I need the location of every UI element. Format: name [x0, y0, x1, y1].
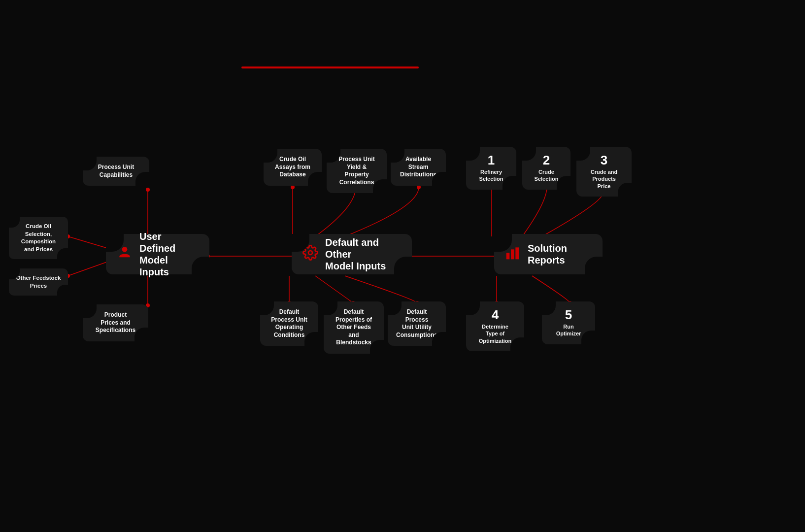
- default-process-op-card: DefaultProcess UnitOperatingConditions: [260, 301, 318, 346]
- svg-point-5: [291, 185, 295, 189]
- determine-optimization-card: 4 DetermineType ofOptimization: [466, 301, 524, 351]
- bar-chart-icon: [505, 245, 521, 264]
- crude-oil-selection-card: Crude Oil Selection, Composition and Pri…: [9, 217, 68, 259]
- refinery-selection-card: 1 RefinerySelection: [466, 147, 516, 190]
- yield-property-card: Process UnitYield & PropertyCorrelations: [327, 149, 387, 193]
- solution-reports-title: Solution Reports: [528, 242, 592, 266]
- svg-point-18: [308, 251, 312, 255]
- product-prices-card: ProductPrices andSpecifications: [83, 304, 148, 341]
- default-utility-card: Default ProcessUnit UtilityConsumptions: [388, 301, 446, 346]
- svg-rect-21: [515, 247, 519, 259]
- svg-rect-20: [511, 249, 514, 259]
- diagram-container: Crude Oil Selection, Composition and Pri…: [0, 0, 805, 532]
- default-other-hub[interactable]: Default and OtherModel Inputs: [292, 234, 412, 274]
- svg-point-2: [146, 188, 150, 192]
- svg-point-7: [417, 185, 421, 189]
- svg-point-17: [122, 247, 128, 252]
- default-other-title: Default and OtherModel Inputs: [325, 236, 401, 272]
- svg-rect-19: [506, 253, 510, 259]
- default-properties-card: DefaultProperties ofOther Feeds andBlend…: [324, 301, 384, 354]
- user-defined-hub[interactable]: User DefinedModel Inputs: [106, 234, 209, 274]
- crude-products-price-card: 3 Crude andProductsPrice: [576, 147, 632, 197]
- run-optimizer-card: 5 RunOptimizer: [542, 301, 595, 344]
- other-feedstock-card: Other Feedstock Prices: [9, 268, 68, 296]
- solution-reports-hub[interactable]: Solution Reports: [494, 234, 603, 274]
- gear-icon: [302, 245, 318, 264]
- available-stream-card: AvailableStreamDistributions: [391, 149, 446, 186]
- user-defined-title: User DefinedModel Inputs: [139, 231, 199, 278]
- process-unit-capabilities-card: Process UnitCapabilities: [83, 157, 149, 186]
- crude-selection-card: 2 CrudeSelection: [522, 147, 570, 190]
- top-decorative-line: [241, 66, 419, 68]
- crude-oil-assays-card: Crude OilAssays fromDatabase: [264, 149, 322, 186]
- user-icon: [117, 245, 133, 264]
